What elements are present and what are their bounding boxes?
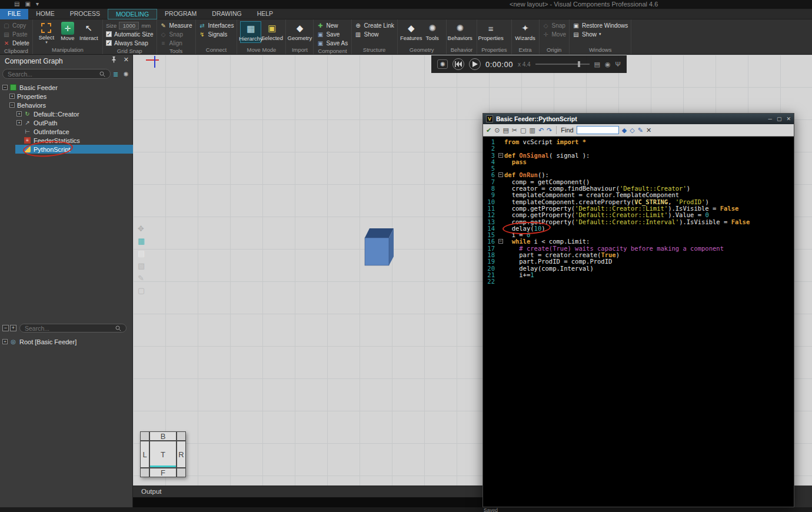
tree-item-properties[interactable]: +Properties — [0, 92, 133, 101]
tab-drawing[interactable]: DRAWING — [204, 9, 249, 19]
play-button[interactable] — [469, 58, 481, 70]
view-cube-back[interactable]: B — [150, 432, 176, 440]
signal-icon[interactable]: Ψ — [615, 61, 621, 68]
sheet-icon[interactable]: ▤ — [138, 250, 145, 258]
undo-icon[interactable]: ↶ — [538, 127, 544, 134]
checkbox-icon[interactable]: ✓ — [106, 40, 112, 46]
tree-expander-icon[interactable]: + — [16, 120, 22, 125]
paste-icon[interactable]: ▥ — [529, 127, 535, 134]
highlight-icon[interactable]: ✎ — [638, 127, 643, 134]
find-all-icon[interactable]: ◇ — [630, 127, 634, 134]
grid-icon[interactable]: ▦ — [138, 237, 145, 245]
collapse-all-button[interactable]: − — [2, 325, 9, 331]
align-button[interactable]: ≡Align — [160, 39, 192, 47]
speed-slider-handle[interactable] — [578, 61, 580, 67]
find-next-icon[interactable]: ◆ — [622, 127, 627, 134]
script-window-titlebar[interactable]: V Basic Feeder::PythonScript ─▢✕ — [483, 114, 794, 124]
hierarchy-button[interactable]: ▦Hierarchy — [240, 21, 261, 43]
features-button[interactable]: ◆Features — [401, 21, 422, 42]
save-button[interactable]: ▣Save — [317, 30, 348, 38]
grid-size-input[interactable]: 1000 — [119, 22, 139, 29]
save-icon[interactable]: ▣ — [25, 1, 30, 7]
interact-button[interactable]: ↖Interact — [78, 21, 99, 45]
customize-toolbar-icon[interactable]: ▾ — [36, 1, 39, 7]
properties-button[interactable]: ≡Properties — [480, 21, 501, 42]
pan-icon[interactable]: ✥ — [138, 225, 145, 233]
app-menu-icon[interactable]: ▤ — [14, 1, 19, 7]
view-cube-corner[interactable] — [141, 468, 149, 477]
fold-marker-icon[interactable]: − — [497, 238, 504, 245]
tab-modeling[interactable]: MODELING — [108, 9, 157, 19]
move-button[interactable]: ✛Move — [543, 30, 566, 38]
maximize-icon[interactable]: ▢ — [777, 116, 782, 122]
snap-button[interactable]: ◇Snap — [160, 30, 192, 38]
close-icon[interactable]: ✕ — [786, 116, 791, 122]
fold-marker-icon[interactable]: − — [497, 172, 504, 178]
snap-button[interactable]: ◇Snap — [543, 21, 566, 29]
view-mode-icon[interactable]: ≣ — [113, 71, 118, 78]
view-cube-corner[interactable] — [177, 468, 185, 477]
speed-slider[interactable] — [535, 64, 590, 65]
simulation-settings-button[interactable]: ✺ — [437, 59, 448, 69]
minimize-icon[interactable]: ─ — [768, 116, 772, 122]
find-input[interactable] — [577, 126, 619, 134]
output-panel-header[interactable]: Output — [133, 486, 482, 497]
code-area[interactable]: 1from vcScript import *23−def OnSignal( … — [483, 137, 794, 507]
restore-windows-button[interactable]: ▣Restore Windows — [573, 21, 628, 29]
feeder-cube-object[interactable] — [364, 227, 395, 267]
code-line-4[interactable]: 4 pass — [483, 159, 794, 165]
code-line-22[interactable]: 22 — [483, 278, 794, 285]
copy-icon[interactable]: ▢ — [520, 127, 526, 134]
create-link-button[interactable]: ⊕Create Link — [355, 21, 394, 29]
tree-item-basic-feeder[interactable]: −Basic Feeder — [0, 83, 133, 92]
view-cube-corner[interactable] — [177, 432, 185, 440]
tab-process[interactable]: PROCESS — [62, 9, 108, 19]
tree-expander-icon[interactable]: + — [9, 94, 15, 99]
view-cube[interactable]: B L T R F — [140, 431, 186, 477]
dropdown-caret-icon[interactable]: ▾ — [599, 32, 601, 36]
dropdown-caret-icon[interactable]: ▾ — [45, 41, 48, 44]
view-cube-top[interactable]: T — [150, 441, 176, 467]
view-cube-front[interactable]: F — [150, 468, 176, 477]
save-as-button[interactable]: ▣Save As — [317, 39, 348, 47]
tree-expander-icon[interactable]: + — [16, 111, 22, 117]
record-icon[interactable]: ◉ — [605, 61, 611, 68]
code-line-21[interactable]: 21 i+=1 — [483, 272, 794, 278]
tree-item-behaviors[interactable]: −Behaviors — [0, 101, 133, 109]
redo-icon[interactable]: ↷ — [547, 127, 552, 134]
search-icon[interactable]: ⊙ — [494, 127, 500, 134]
reset-button[interactable] — [452, 58, 464, 70]
code-line-1[interactable]: 1from vcScript import * — [483, 139, 794, 145]
tools-button[interactable]: ✺Tools — [422, 21, 443, 42]
validate-icon[interactable]: ✔ — [486, 127, 491, 134]
copy-button[interactable]: ▢Copy — [3, 21, 29, 29]
geometry-button[interactable]: ◆Geometry — [289, 21, 310, 42]
checkbox-icon[interactable]: ✓ — [106, 31, 112, 37]
code-line-3[interactable]: 3−def OnSignal( signal ): — [483, 152, 794, 159]
tree-item-outpath[interactable]: +↗OutPath — [0, 118, 133, 127]
checkbox-automatic-size[interactable]: ✓Automatic Size — [106, 30, 154, 38]
view-cube-corner[interactable] — [141, 432, 149, 440]
close-find-icon[interactable]: ✕ — [646, 127, 651, 134]
fill-icon[interactable]: ▧ — [138, 262, 145, 270]
show-button[interactable]: ▥Show — [355, 30, 394, 38]
select-button[interactable]: Select▾ — [36, 21, 57, 45]
wizards-button[interactable]: ✦Wizards — [515, 21, 536, 42]
interfaces-button[interactable]: ⇄Interfaces — [199, 21, 234, 29]
draw-icon[interactable]: ✎ — [138, 274, 145, 282]
tree-item-default-creator[interactable]: +↻Default::Creator — [0, 109, 133, 118]
move-button[interactable]: ✛Move — [57, 21, 78, 45]
cut-icon[interactable]: ✂ — [512, 127, 517, 134]
selected-button[interactable]: ▣Selected — [261, 21, 282, 43]
paste-button[interactable]: ▤Paste — [3, 30, 29, 38]
tab-help[interactable]: HELP — [249, 9, 281, 19]
view-cube-right[interactable]: R — [177, 441, 185, 467]
script-icon[interactable]: ▤ — [502, 127, 508, 134]
tab-program[interactable]: PROGRAM — [157, 9, 204, 19]
tree-item-outinterface[interactable]: ⊢OutInterface — [0, 127, 133, 136]
checkbox-always-snap[interactable]: ✓Always Snap — [106, 39, 154, 47]
tab-file[interactable]: FILE — [0, 9, 28, 19]
tree-expander-icon[interactable]: + — [2, 339, 8, 344]
frame-icon[interactable]: ▢ — [138, 287, 145, 295]
tree-expander-icon[interactable]: − — [2, 85, 8, 90]
